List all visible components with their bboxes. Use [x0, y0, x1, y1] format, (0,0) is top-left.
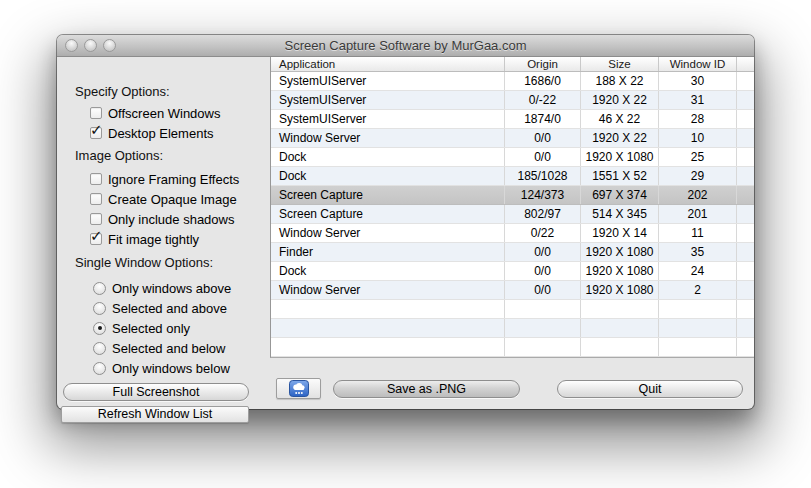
cell-window-id: 10: [659, 129, 737, 147]
checkbox-ignore-framing-effects[interactable]: Ignore Framing Effects: [90, 170, 239, 188]
cell-origin: 124/373: [505, 186, 581, 204]
checkbox-icon[interactable]: [90, 193, 102, 205]
cell-application: Screen Capture: [271, 205, 505, 223]
checkbox-fit-image-tightly[interactable]: Fit image tightly: [90, 230, 199, 248]
cell-origin: 0/0: [505, 148, 581, 166]
cell-application: Window Server: [271, 281, 505, 299]
cell-origin: 802/97: [505, 205, 581, 223]
cell-origin: 1874/0: [505, 110, 581, 128]
checkbox-icon[interactable]: [90, 107, 102, 119]
cell-window-id: 202: [659, 186, 737, 204]
cell-application: Window Server: [271, 224, 505, 242]
radio-selected-only[interactable]: Selected only: [93, 319, 190, 337]
refresh-window-list-button[interactable]: Refresh Window List: [61, 406, 249, 423]
table-row[interactable]: Window Server 0/22 1920 X 14 11: [271, 224, 754, 243]
checkbox-icon[interactable]: [90, 233, 102, 245]
radio-selected-and-below[interactable]: Selected and below: [93, 339, 225, 357]
cell-size: 1551 X 52: [581, 167, 659, 185]
cell-origin: 0/0: [505, 281, 581, 299]
cell-size: 1920 X 1080: [581, 148, 659, 166]
cell-application: SystemUIServer: [271, 72, 505, 90]
app-window: Screen Capture Software by MurGaa.com Sp…: [57, 35, 754, 409]
checkbox-desktop-elements[interactable]: Desktop Elements: [90, 124, 214, 142]
cell-application: Screen Capture: [271, 186, 505, 204]
cell-application: Dock: [271, 167, 505, 185]
radio-label: Selected and below: [112, 341, 225, 356]
checkbox-icon[interactable]: [90, 127, 102, 139]
radio-label: Selected only: [112, 321, 190, 336]
cell-origin: 0/22: [505, 224, 581, 242]
checkbox-label: Only include shadows: [108, 212, 234, 227]
checkbox-label: Ignore Framing Effects: [108, 172, 239, 187]
radio-only-windows-below[interactable]: Only windows below: [93, 359, 230, 377]
cell-origin: 0/0: [505, 129, 581, 147]
full-screenshot-button[interactable]: Full Screenshot: [63, 383, 249, 401]
table-empty-row: [271, 300, 754, 319]
chat-balloon-icon: [289, 380, 309, 397]
table-row[interactable]: SystemUIServer 0/-22 1920 X 22 31: [271, 91, 754, 110]
cell-size: 188 X 22: [581, 72, 659, 90]
column-header-origin[interactable]: Origin: [505, 57, 581, 71]
table-row[interactable]: Screen Capture 802/97 514 X 345 201: [271, 205, 754, 224]
cell-window-id: 25: [659, 148, 737, 166]
cell-window-id: 24: [659, 262, 737, 280]
cell-size: 46 X 22: [581, 110, 659, 128]
radio-label: Selected and above: [112, 301, 227, 316]
cell-window-id: 31: [659, 91, 737, 109]
single-window-options-heading: Single Window Options:: [75, 255, 213, 270]
cell-application: Dock: [271, 148, 505, 166]
checkbox-offscreen-windows[interactable]: Offscreen Windows: [90, 104, 220, 122]
chat-share-button[interactable]: [276, 378, 321, 399]
radio-icon[interactable]: [93, 342, 106, 355]
table-row[interactable]: Finder 0/0 1920 X 1080 35: [271, 243, 754, 262]
checkbox-icon[interactable]: [90, 213, 102, 225]
cell-size: 1920 X 1080: [581, 262, 659, 280]
radio-icon[interactable]: [93, 302, 106, 315]
cell-application: Finder: [271, 243, 505, 261]
quit-button[interactable]: Quit: [557, 380, 743, 398]
table-row[interactable]: Dock 0/0 1920 X 1080 24: [271, 262, 754, 281]
radio-label: Only windows above: [112, 281, 231, 296]
cell-window-id: 201: [659, 205, 737, 223]
window-list-table: Application Origin Size Window ID System…: [270, 57, 754, 358]
table-row[interactable]: SystemUIServer 1874/0 46 X 22 28: [271, 110, 754, 129]
column-header-size[interactable]: Size: [581, 57, 659, 71]
table-empty-row: [271, 338, 754, 357]
title-bar: Screen Capture Software by MurGaa.com: [57, 35, 754, 57]
save-as-png-button[interactable]: Save as .PNG: [333, 380, 520, 398]
cell-size: 1920 X 1080: [581, 243, 659, 261]
checkbox-only-include-shadows[interactable]: Only include shadows: [90, 210, 234, 228]
checkbox-label: Fit image tightly: [108, 232, 199, 247]
cell-origin: 0/0: [505, 262, 581, 280]
cell-window-id: 30: [659, 72, 737, 90]
table-row[interactable]: Window Server 0/0 1920 X 1080 2: [271, 281, 754, 300]
checkbox-label: Offscreen Windows: [108, 106, 220, 121]
table-row[interactable]: Dock 185/1028 1551 X 52 29: [271, 167, 754, 186]
radio-icon[interactable]: [93, 322, 106, 335]
cell-size: 1920 X 14: [581, 224, 659, 242]
cell-window-id: 35: [659, 243, 737, 261]
cell-application: SystemUIServer: [271, 110, 505, 128]
radio-label: Only windows below: [112, 361, 230, 376]
table-row[interactable]: Window Server 0/0 1920 X 22 10: [271, 129, 754, 148]
cell-origin: 0/-22: [505, 91, 581, 109]
cell-size: 1920 X 22: [581, 91, 659, 109]
table-row[interactable]: SystemUIServer 1686/0 188 X 22 30: [271, 72, 754, 91]
radio-only-windows-above[interactable]: Only windows above: [93, 279, 231, 297]
window-title: Screen Capture Software by MurGaa.com: [57, 35, 754, 57]
checkbox-icon[interactable]: [90, 173, 102, 185]
cell-size: 1920 X 22: [581, 129, 659, 147]
radio-icon[interactable]: [93, 362, 106, 375]
cell-window-id: 11: [659, 224, 737, 242]
radio-selected-and-above[interactable]: Selected and above: [93, 299, 227, 317]
cell-origin: 185/1028: [505, 167, 581, 185]
table-row[interactable]: Dock 0/0 1920 X 1080 25: [271, 148, 754, 167]
cell-application: Window Server: [271, 129, 505, 147]
table-row-selected[interactable]: Screen Capture 124/373 697 X 374 202: [271, 186, 754, 205]
cell-size: 697 X 374: [581, 186, 659, 204]
checkbox-create-opaque-image[interactable]: Create Opaque Image: [90, 190, 237, 208]
column-header-application[interactable]: Application: [271, 57, 505, 71]
radio-icon[interactable]: [93, 282, 106, 295]
image-options-heading: Image Options:: [75, 148, 163, 163]
column-header-window-id[interactable]: Window ID: [659, 57, 737, 71]
